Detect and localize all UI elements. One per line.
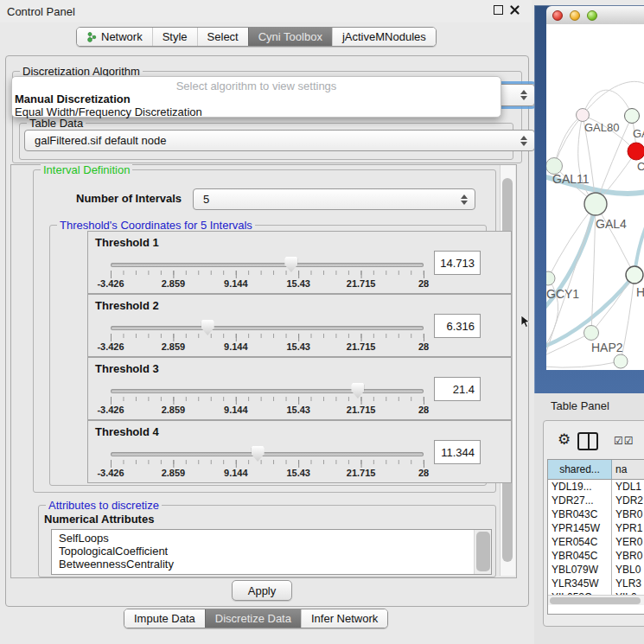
node-gal4[interactable]: [584, 193, 607, 215]
cell-name[interactable]: YLR3: [612, 577, 644, 590]
list-item[interactable]: TopologicalCoefficient: [52, 545, 491, 558]
tab-select-label: Select: [207, 30, 239, 43]
table-row[interactable]: YBR045CYBR0: [548, 549, 644, 563]
threshold-2-label: Threshold 2: [95, 299, 159, 312]
cell-shared-name[interactable]: YER054C: [548, 535, 612, 549]
tick-label: 15.43: [286, 405, 310, 415]
screen: Control Panel Network Style Select Cyni …: [0, 0, 644, 644]
node-h[interactable]: [626, 266, 643, 284]
tab-select[interactable]: Select: [197, 28, 248, 46]
horizontal-scrollbar-thumb[interactable]: [550, 597, 641, 604]
cell-name[interactable]: YBR0: [612, 549, 644, 563]
network-graph: GAL80 GA C GAL11 GAL4 GCY1 H HAP2: [546, 24, 644, 370]
cell-shared-name[interactable]: YBR043C: [548, 507, 612, 521]
threshold-3-slider[interactable]: [111, 389, 424, 393]
tab-cyni-toolbox[interactable]: Cyni Toolbox: [248, 28, 332, 46]
numerical-attributes-list[interactable]: SelfLoops TopologicalCoefficient Between…: [51, 529, 492, 575]
spinner-arrows-icon: [461, 194, 468, 205]
tick-label: 15.43: [286, 278, 310, 289]
minimize-traffic-light[interactable]: [570, 10, 580, 21]
checkbox-filter-icons[interactable]: ☑☑: [614, 435, 634, 447]
column-view-icon[interactable]: [577, 432, 598, 450]
cell-shared-name[interactable]: YBR045C: [548, 549, 612, 563]
zoom-traffic-light[interactable]: [587, 10, 597, 21]
node-gcy1[interactable]: [546, 271, 555, 285]
threshold-4-label: Threshold 4: [95, 425, 159, 438]
tab-style[interactable]: Style: [152, 28, 197, 46]
node-label-partial-c: C: [637, 160, 644, 173]
list-item[interactable]: BetweennessCentrality: [52, 558, 491, 571]
slider-ticks: [111, 271, 424, 278]
cell-name[interactable]: YBL0: [612, 563, 644, 577]
node-partial-bottom[interactable]: [614, 354, 628, 368]
close-traffic-light[interactable]: [552, 10, 563, 21]
cell-name[interactable]: YDR2: [612, 494, 644, 507]
slider-scale-labels: -3.426 2.859 9.144 15.43 21.715 28: [111, 278, 424, 290]
node-hap2[interactable]: [584, 326, 599, 341]
tab-discretize-data[interactable]: Discretize Data: [205, 609, 301, 628]
column-header-name[interactable]: na: [612, 460, 644, 479]
cell-shared-name[interactable]: YLR345W: [548, 577, 612, 590]
cell-shared-name[interactable]: YPR145W: [548, 521, 612, 535]
cell-shared-name[interactable]: YBL079W: [548, 563, 612, 577]
gear-icon[interactable]: ⚙: [558, 432, 571, 447]
tick-label: 2.859: [162, 405, 186, 415]
tab-jactivemnodules[interactable]: jActiveMNodules: [332, 28, 436, 46]
list-scrollbar[interactable]: [474, 530, 491, 574]
cell-name[interactable]: YER0: [612, 535, 644, 549]
tab-impute-data-label: Impute Data: [134, 612, 195, 625]
node-label-gcy1: GCY1: [546, 287, 579, 301]
network-view[interactable]: GAL80 GA C GAL11 GAL4 GCY1 H HAP2: [546, 24, 644, 370]
node-gal80[interactable]: [577, 109, 590, 122]
slider-scale-labels: -3.426 2.859 9.144 15.43 21.715 28: [111, 405, 424, 416]
float-window-icon[interactable]: [494, 5, 503, 15]
list-item[interactable]: SelfLoops: [52, 530, 491, 545]
cell-name[interactable]: YPR1: [612, 521, 644, 535]
tab-network-label: Network: [101, 30, 143, 43]
node-partial-top-right[interactable]: [625, 109, 640, 124]
tab-network[interactable]: Network: [77, 28, 152, 46]
table-header-row: shared... na: [548, 460, 644, 480]
table-row[interactable]: YLR345WYLR3: [548, 577, 644, 590]
node-selected-red[interactable]: [628, 143, 644, 160]
slider-scale-labels: -3.426 2.859 9.144 15.43 21.715 28: [111, 468, 424, 479]
table-row[interactable]: YDR27...YDR2: [548, 494, 644, 507]
cell-name[interactable]: YDL1: [612, 480, 644, 494]
cell-shared-name[interactable]: YDL19...: [548, 480, 612, 494]
column-header-shared-name[interactable]: shared...: [548, 460, 612, 479]
tab-infer-network[interactable]: Infer Network: [301, 609, 387, 628]
top-tab-bar: Network Style Select Cyni Toolbox jActiv…: [76, 27, 437, 47]
threshold-3-value-field[interactable]: 21.4: [434, 377, 481, 401]
table-data-combo-value: galFiltered.sif default node: [35, 134, 166, 147]
cell-shared-name[interactable]: YDR27...: [548, 494, 612, 507]
threshold-2-slider[interactable]: [111, 326, 424, 330]
threshold-panel-4: Threshold 4 -3.426 2.859 9.144 15.43 21.…: [87, 420, 512, 483]
table-data-combo[interactable]: galFiltered.sif default node: [24, 130, 535, 151]
popup-option-manual-discretization[interactable]: Manual Discretization: [12, 92, 501, 105]
apply-button[interactable]: Apply: [232, 580, 292, 601]
threshold-2-value-field[interactable]: 6.316: [434, 314, 481, 338]
popup-option-equal-width[interactable]: Equal Width/Frequency Discretization: [12, 105, 501, 118]
close-icon[interactable]: [510, 5, 520, 15]
threshold-1-value-field[interactable]: 14.713: [434, 251, 481, 275]
table-row[interactable]: YPR145WYPR1: [548, 521, 644, 535]
node-table[interactable]: shared... na YDL19...YDL1 YDR27...YDR2 Y…: [547, 459, 644, 615]
threshold-4-value-field[interactable]: 11.344: [434, 440, 481, 464]
table-row[interactable]: YBL079WYBL0: [548, 563, 644, 577]
combo-arrows-icon: [520, 90, 527, 100]
cell-name[interactable]: YBR0: [612, 507, 644, 521]
popup-placeholder-item[interactable]: Select algorithm to view settings: [12, 77, 501, 92]
table-row[interactable]: YER054CYER0: [548, 535, 644, 549]
threshold-panel-3: Threshold 3 -3.426 2.859 9.144 15.43 21.…: [87, 357, 512, 420]
list-scrollbar-thumb[interactable]: [476, 532, 490, 571]
table-panel-body: ⚙ ☑☑ shared... na YDL19...YDL1 YDR27...Y…: [543, 420, 644, 627]
threshold-4-slider[interactable]: [111, 452, 424, 456]
table-row[interactable]: YDL19...YDL1: [548, 480, 644, 494]
number-of-intervals-spinner[interactable]: 5: [193, 188, 475, 210]
tab-impute-data[interactable]: Impute Data: [124, 609, 205, 628]
tab-jactivemnodules-label: jActiveMNodules: [342, 30, 426, 43]
network-window-titlebar[interactable]: [546, 6, 644, 25]
table-row[interactable]: YBR043CYBR0: [548, 507, 644, 521]
threshold-1-slider[interactable]: [111, 263, 424, 267]
horizontal-scrollbar[interactable]: [548, 595, 644, 605]
